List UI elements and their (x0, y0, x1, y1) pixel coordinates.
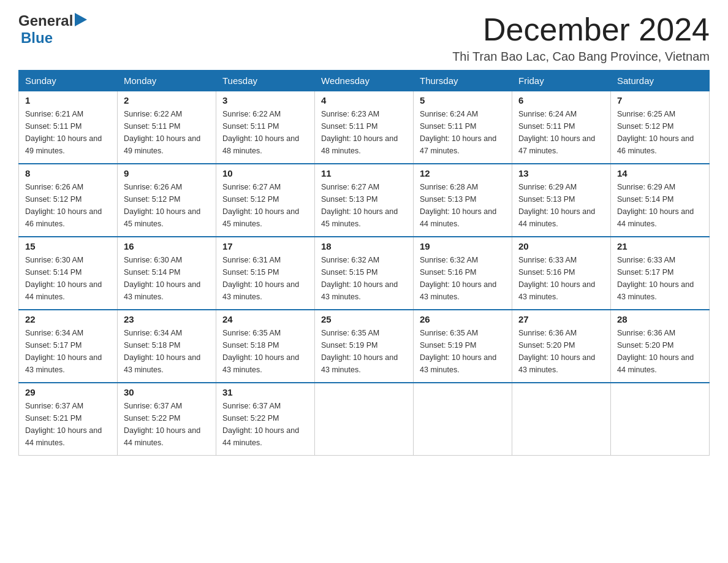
daylight-label: Daylight: 10 hours and 45 minutes. (222, 207, 299, 228)
sunrise-label: Sunrise: 6:21 AM (25, 110, 83, 118)
sunset-label: Sunset: 5:11 PM (222, 122, 279, 131)
title-block: December 2024 Thi Tran Bao Lac, Cao Bang… (452, 12, 710, 64)
sunrise-label: Sunrise: 6:24 AM (420, 110, 478, 118)
table-row: 9 Sunrise: 6:26 AM Sunset: 5:12 PM Dayli… (118, 164, 216, 237)
daylight-label: Daylight: 10 hours and 43 minutes. (321, 280, 398, 301)
daylight-label: Daylight: 10 hours and 44 minutes. (124, 426, 200, 447)
day-info: Sunrise: 6:21 AM Sunset: 5:11 PM Dayligh… (25, 108, 111, 157)
sunset-label: Sunset: 5:15 PM (222, 268, 279, 277)
sunrise-label: Sunrise: 6:35 AM (420, 329, 478, 337)
table-row: 26 Sunrise: 6:35 AM Sunset: 5:19 PM Dayl… (414, 310, 512, 383)
sunrise-label: Sunrise: 6:34 AM (124, 329, 182, 337)
col-thursday: Thursday (414, 71, 512, 91)
day-number: 28 (617, 314, 703, 324)
sunrise-label: Sunrise: 6:26 AM (124, 183, 182, 191)
calendar-week-row: 29 Sunrise: 6:37 AM Sunset: 5:21 PM Dayl… (19, 383, 710, 456)
day-number: 22 (25, 314, 111, 324)
day-info: Sunrise: 6:27 AM Sunset: 5:13 PM Dayligh… (321, 181, 407, 230)
table-row: 23 Sunrise: 6:34 AM Sunset: 5:18 PM Dayl… (118, 310, 216, 383)
day-number: 23 (124, 314, 210, 324)
daylight-label: Daylight: 10 hours and 43 minutes. (222, 353, 299, 374)
table-row: 31 Sunrise: 6:37 AM Sunset: 5:22 PM Dayl… (216, 383, 315, 456)
sunrise-label: Sunrise: 6:35 AM (321, 329, 379, 337)
table-row (414, 383, 512, 456)
daylight-label: Daylight: 10 hours and 49 minutes. (25, 134, 102, 155)
sunset-label: Sunset: 5:20 PM (617, 341, 673, 350)
sunrise-label: Sunrise: 6:22 AM (222, 110, 281, 118)
sunrise-label: Sunrise: 6:25 AM (617, 110, 675, 118)
col-monday: Monday (118, 71, 216, 91)
sunrise-label: Sunrise: 6:27 AM (321, 183, 379, 191)
sunrise-label: Sunrise: 6:30 AM (25, 256, 83, 264)
daylight-label: Daylight: 10 hours and 48 minutes. (321, 134, 398, 155)
sunrise-label: Sunrise: 6:35 AM (222, 329, 281, 337)
daylight-label: Daylight: 10 hours and 43 minutes. (25, 353, 102, 374)
sunset-label: Sunset: 5:20 PM (518, 341, 575, 350)
sunset-label: Sunset: 5:17 PM (617, 268, 673, 277)
day-info: Sunrise: 6:35 AM Sunset: 5:18 PM Dayligh… (222, 327, 308, 376)
daylight-label: Daylight: 10 hours and 43 minutes. (124, 280, 200, 301)
day-info: Sunrise: 6:23 AM Sunset: 5:11 PM Dayligh… (321, 108, 407, 157)
daylight-label: Daylight: 10 hours and 45 minutes. (321, 207, 398, 228)
sunset-label: Sunset: 5:11 PM (420, 122, 476, 131)
table-row: 8 Sunrise: 6:26 AM Sunset: 5:12 PM Dayli… (19, 164, 118, 237)
table-row (611, 383, 710, 456)
daylight-label: Daylight: 10 hours and 48 minutes. (222, 134, 299, 155)
sunrise-label: Sunrise: 6:32 AM (321, 256, 379, 264)
day-info: Sunrise: 6:30 AM Sunset: 5:14 PM Dayligh… (124, 254, 210, 303)
sunrise-label: Sunrise: 6:22 AM (124, 110, 182, 118)
sunset-label: Sunset: 5:12 PM (124, 195, 180, 204)
sunrise-label: Sunrise: 6:24 AM (518, 110, 577, 118)
table-row: 22 Sunrise: 6:34 AM Sunset: 5:17 PM Dayl… (19, 310, 118, 383)
sunrise-label: Sunrise: 6:37 AM (25, 402, 83, 410)
sunset-label: Sunset: 5:15 PM (321, 268, 377, 277)
day-number: 6 (518, 95, 604, 105)
sunset-label: Sunset: 5:12 PM (617, 122, 673, 131)
day-number: 26 (420, 314, 506, 324)
day-info: Sunrise: 6:35 AM Sunset: 5:19 PM Dayligh… (321, 327, 407, 376)
table-row: 25 Sunrise: 6:35 AM Sunset: 5:19 PM Dayl… (315, 310, 414, 383)
sunrise-label: Sunrise: 6:27 AM (222, 183, 281, 191)
sunset-label: Sunset: 5:18 PM (222, 341, 279, 350)
table-row (512, 383, 611, 456)
daylight-label: Daylight: 10 hours and 43 minutes. (518, 280, 595, 301)
logo-blue-text: Blue (21, 29, 53, 47)
table-row: 3 Sunrise: 6:22 AM Sunset: 5:11 PM Dayli… (216, 91, 315, 164)
day-info: Sunrise: 6:24 AM Sunset: 5:11 PM Dayligh… (518, 108, 604, 157)
day-number: 19 (420, 241, 506, 251)
calendar-week-row: 1 Sunrise: 6:21 AM Sunset: 5:11 PM Dayli… (19, 91, 710, 164)
day-info: Sunrise: 6:37 AM Sunset: 5:22 PM Dayligh… (222, 400, 308, 449)
day-info: Sunrise: 6:25 AM Sunset: 5:12 PM Dayligh… (617, 108, 703, 157)
sunset-label: Sunset: 5:17 PM (25, 341, 82, 350)
col-sunday: Sunday (19, 71, 118, 91)
table-row: 16 Sunrise: 6:30 AM Sunset: 5:14 PM Dayl… (118, 237, 216, 310)
col-saturday: Saturday (611, 71, 710, 91)
day-number: 25 (321, 314, 407, 324)
day-info: Sunrise: 6:34 AM Sunset: 5:18 PM Dayligh… (124, 327, 210, 376)
calendar-week-row: 8 Sunrise: 6:26 AM Sunset: 5:12 PM Dayli… (19, 164, 710, 237)
day-number: 7 (617, 95, 703, 105)
day-number: 13 (518, 168, 604, 178)
daylight-label: Daylight: 10 hours and 44 minutes. (25, 426, 102, 447)
daylight-label: Daylight: 10 hours and 44 minutes. (617, 353, 694, 374)
calendar-week-row: 22 Sunrise: 6:34 AM Sunset: 5:17 PM Dayl… (19, 310, 710, 383)
table-row: 4 Sunrise: 6:23 AM Sunset: 5:11 PM Dayli… (315, 91, 414, 164)
calendar-header-row: Sunday Monday Tuesday Wednesday Thursday… (19, 71, 710, 91)
sunrise-label: Sunrise: 6:29 AM (518, 183, 577, 191)
col-friday: Friday (512, 71, 611, 91)
table-row: 27 Sunrise: 6:36 AM Sunset: 5:20 PM Dayl… (512, 310, 611, 383)
sunset-label: Sunset: 5:22 PM (222, 414, 279, 423)
daylight-label: Daylight: 10 hours and 43 minutes. (124, 353, 200, 374)
day-number: 20 (518, 241, 604, 251)
day-info: Sunrise: 6:34 AM Sunset: 5:17 PM Dayligh… (25, 327, 111, 376)
daylight-label: Daylight: 10 hours and 43 minutes. (222, 280, 299, 301)
daylight-label: Daylight: 10 hours and 46 minutes. (617, 134, 694, 155)
day-info: Sunrise: 6:36 AM Sunset: 5:20 PM Dayligh… (617, 327, 703, 376)
day-info: Sunrise: 6:31 AM Sunset: 5:15 PM Dayligh… (222, 254, 308, 303)
logo: General Blue (18, 12, 87, 47)
daylight-label: Daylight: 10 hours and 47 minutes. (420, 134, 496, 155)
sunrise-label: Sunrise: 6:37 AM (222, 402, 281, 410)
day-number: 27 (518, 314, 604, 324)
sunset-label: Sunset: 5:16 PM (518, 268, 575, 277)
daylight-label: Daylight: 10 hours and 43 minutes. (420, 353, 496, 374)
